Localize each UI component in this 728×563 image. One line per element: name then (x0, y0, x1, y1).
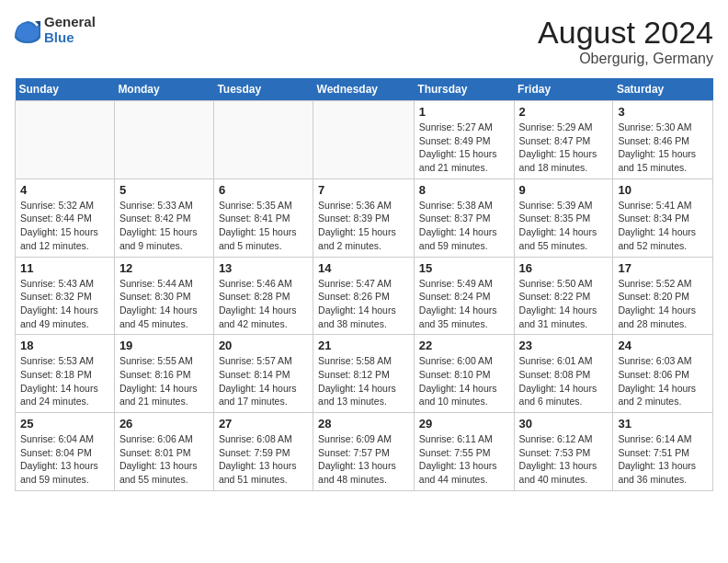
month-year-title: August 2024 (538, 15, 713, 51)
title-block: August 2024 Obergurig, Germany (538, 15, 713, 67)
day-number: 3 (618, 105, 708, 119)
calendar-cell: 12Sunrise: 5:44 AM Sunset: 8:30 PM Dayli… (114, 257, 213, 335)
calendar-cell: 15Sunrise: 5:49 AM Sunset: 8:24 PM Dayli… (414, 257, 514, 335)
day-number: 14 (318, 261, 409, 275)
day-number: 10 (618, 183, 708, 197)
logo: General Blue (15, 15, 96, 45)
header-saturday: Saturday (613, 78, 713, 101)
calendar-cell: 4Sunrise: 5:32 AM Sunset: 8:44 PM Daylig… (16, 178, 115, 257)
calendar-cell: 31Sunrise: 6:14 AM Sunset: 7:51 PM Dayli… (613, 413, 713, 491)
day-number: 11 (20, 261, 109, 275)
day-number: 9 (519, 183, 609, 197)
calendar-cell: 9Sunrise: 5:39 AM Sunset: 8:35 PM Daylig… (514, 178, 613, 257)
day-number: 1 (419, 105, 509, 119)
day-number: 12 (119, 261, 209, 275)
day-info: Sunrise: 6:06 AM Sunset: 8:01 PM Dayligh… (119, 432, 209, 487)
day-info: Sunrise: 5:57 AM Sunset: 8:14 PM Dayligh… (219, 354, 308, 408)
header-thursday: Thursday (414, 78, 514, 101)
day-number: 27 (219, 417, 308, 431)
calendar-cell: 28Sunrise: 6:09 AM Sunset: 7:57 PM Dayli… (313, 413, 415, 491)
day-info: Sunrise: 5:30 AM Sunset: 8:46 PM Dayligh… (618, 121, 708, 175)
day-info: Sunrise: 5:29 AM Sunset: 8:47 PM Dayligh… (519, 121, 609, 175)
calendar-week-3: 11Sunrise: 5:43 AM Sunset: 8:32 PM Dayli… (16, 257, 713, 335)
logo-blue-text: Blue (44, 30, 96, 46)
day-number: 17 (618, 261, 708, 275)
day-number: 6 (219, 183, 308, 197)
day-info: Sunrise: 5:32 AM Sunset: 8:44 PM Dayligh… (20, 199, 109, 253)
day-number: 28 (318, 417, 409, 431)
day-info: Sunrise: 6:14 AM Sunset: 7:51 PM Dayligh… (618, 432, 708, 487)
calendar-table: SundayMondayTuesdayWednesdayThursdayFrid… (15, 78, 713, 491)
calendar-cell: 29Sunrise: 6:11 AM Sunset: 7:55 PM Dayli… (414, 413, 514, 491)
day-info: Sunrise: 5:33 AM Sunset: 8:42 PM Dayligh… (119, 199, 209, 253)
day-info: Sunrise: 5:53 AM Sunset: 8:18 PM Dayligh… (20, 354, 109, 408)
calendar-cell: 14Sunrise: 5:47 AM Sunset: 8:26 PM Dayli… (313, 257, 415, 335)
logo-text: General Blue (44, 15, 96, 45)
calendar-cell: 19Sunrise: 5:55 AM Sunset: 8:16 PM Dayli… (114, 335, 213, 413)
day-info: Sunrise: 5:58 AM Sunset: 8:12 PM Dayligh… (318, 354, 409, 408)
day-number: 8 (419, 183, 509, 197)
day-number: 7 (318, 183, 409, 197)
day-number: 5 (119, 183, 209, 197)
day-info: Sunrise: 5:35 AM Sunset: 8:41 PM Dayligh… (219, 199, 308, 253)
day-number: 29 (419, 417, 509, 431)
day-number: 30 (519, 417, 609, 431)
day-info: Sunrise: 5:36 AM Sunset: 8:39 PM Dayligh… (318, 199, 409, 253)
day-number: 16 (519, 261, 609, 275)
calendar-cell: 7Sunrise: 5:36 AM Sunset: 8:39 PM Daylig… (313, 178, 415, 257)
day-info: Sunrise: 5:49 AM Sunset: 8:24 PM Dayligh… (419, 277, 509, 331)
calendar-cell: 11Sunrise: 5:43 AM Sunset: 8:32 PM Dayli… (16, 257, 115, 335)
day-info: Sunrise: 6:00 AM Sunset: 8:10 PM Dayligh… (419, 354, 509, 408)
day-info: Sunrise: 5:39 AM Sunset: 8:35 PM Dayligh… (519, 199, 609, 253)
header-wednesday: Wednesday (313, 78, 415, 101)
calendar-cell (213, 101, 313, 179)
location-subtitle: Obergurig, Germany (538, 51, 713, 67)
calendar-cell: 17Sunrise: 5:52 AM Sunset: 8:20 PM Dayli… (613, 257, 713, 335)
day-number: 13 (219, 261, 308, 275)
day-number: 21 (318, 339, 409, 352)
calendar-cell: 24Sunrise: 6:03 AM Sunset: 8:06 PM Dayli… (613, 335, 713, 413)
calendar-cell: 1Sunrise: 5:27 AM Sunset: 8:49 PM Daylig… (414, 101, 514, 179)
logo-general-text: General (44, 15, 96, 30)
calendar-cell: 6Sunrise: 5:35 AM Sunset: 8:41 PM Daylig… (213, 178, 313, 257)
day-number: 18 (20, 339, 109, 352)
calendar-cell: 30Sunrise: 6:12 AM Sunset: 7:53 PM Dayli… (514, 413, 613, 491)
calendar-cell: 13Sunrise: 5:46 AM Sunset: 8:28 PM Dayli… (213, 257, 313, 335)
day-number: 24 (618, 339, 708, 352)
day-info: Sunrise: 6:11 AM Sunset: 7:55 PM Dayligh… (419, 432, 509, 487)
day-info: Sunrise: 5:38 AM Sunset: 8:37 PM Dayligh… (419, 199, 509, 253)
day-info: Sunrise: 6:01 AM Sunset: 8:08 PM Dayligh… (519, 354, 609, 408)
calendar-cell: 22Sunrise: 6:00 AM Sunset: 8:10 PM Dayli… (414, 335, 514, 413)
header-sunday: Sunday (16, 78, 115, 101)
calendar-cell: 18Sunrise: 5:53 AM Sunset: 8:18 PM Dayli… (16, 335, 115, 413)
calendar-cell (16, 101, 115, 179)
day-info: Sunrise: 6:03 AM Sunset: 8:06 PM Dayligh… (618, 354, 708, 408)
calendar-cell: 20Sunrise: 5:57 AM Sunset: 8:14 PM Dayli… (213, 335, 313, 413)
day-number: 23 (519, 339, 609, 352)
day-info: Sunrise: 5:50 AM Sunset: 8:22 PM Dayligh… (519, 277, 609, 331)
calendar-cell: 2Sunrise: 5:29 AM Sunset: 8:47 PM Daylig… (514, 101, 613, 179)
day-info: Sunrise: 5:55 AM Sunset: 8:16 PM Dayligh… (119, 354, 209, 408)
day-number: 19 (119, 339, 209, 352)
header-friday: Friday (514, 78, 613, 101)
calendar-week-5: 25Sunrise: 6:04 AM Sunset: 8:04 PM Dayli… (16, 413, 713, 491)
calendar-cell: 8Sunrise: 5:38 AM Sunset: 8:37 PM Daylig… (414, 178, 514, 257)
calendar-week-4: 18Sunrise: 5:53 AM Sunset: 8:18 PM Dayli… (16, 335, 713, 413)
day-number: 26 (119, 417, 209, 431)
day-number: 15 (419, 261, 509, 275)
calendar-cell: 27Sunrise: 6:08 AM Sunset: 7:59 PM Dayli… (213, 413, 313, 491)
calendar-cell: 16Sunrise: 5:50 AM Sunset: 8:22 PM Dayli… (514, 257, 613, 335)
calendar-week-1: 1Sunrise: 5:27 AM Sunset: 8:49 PM Daylig… (16, 101, 713, 179)
calendar-cell: 23Sunrise: 6:01 AM Sunset: 8:08 PM Dayli… (514, 335, 613, 413)
calendar-cell (313, 101, 415, 179)
calendar-cell: 21Sunrise: 5:58 AM Sunset: 8:12 PM Dayli… (313, 335, 415, 413)
header-tuesday: Tuesday (213, 78, 313, 101)
calendar-cell: 26Sunrise: 6:06 AM Sunset: 8:01 PM Dayli… (114, 413, 213, 491)
day-info: Sunrise: 5:52 AM Sunset: 8:20 PM Dayligh… (618, 277, 708, 331)
day-info: Sunrise: 5:46 AM Sunset: 8:28 PM Dayligh… (219, 277, 308, 331)
calendar-cell: 3Sunrise: 5:30 AM Sunset: 8:46 PM Daylig… (613, 101, 713, 179)
calendar-cell: 10Sunrise: 5:41 AM Sunset: 8:34 PM Dayli… (613, 178, 713, 257)
day-number: 25 (20, 417, 109, 431)
day-info: Sunrise: 6:09 AM Sunset: 7:57 PM Dayligh… (318, 432, 409, 487)
day-number: 31 (618, 417, 708, 431)
